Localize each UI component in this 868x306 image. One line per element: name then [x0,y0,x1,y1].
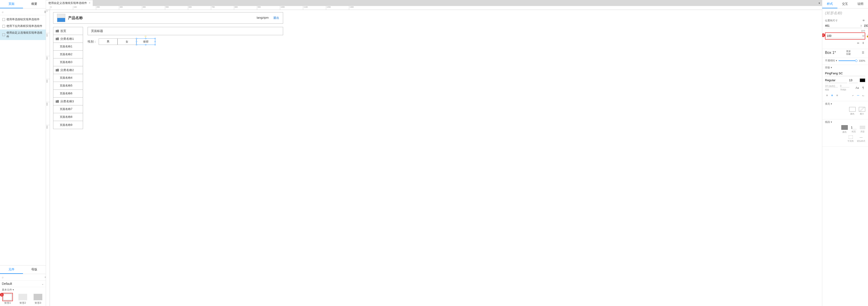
stroke-width-input[interactable] [851,126,857,129]
font-weight-select[interactable] [825,78,847,83]
shape-preview [34,294,42,300]
mockup-nav-item[interactable]: 页面名称4 [53,74,83,82]
x-input[interactable] [825,24,860,28]
ruler-vertical: 0100200300400500 [46,10,50,306]
widget-search-input[interactable] [5,275,43,279]
username-label[interactable]: langzipm [257,16,269,20]
mockup-nav-item[interactable]: 页面名称9 [53,121,83,129]
valign-top-icon[interactable]: ⌐ [851,93,855,97]
rotation-label: 旋转 [825,29,865,32]
tab-style[interactable]: 样式 [822,0,837,8]
mockup-nav-item[interactable]: 页面名称6 [53,90,83,97]
file-tab[interactable]: 使用自定义选项组实现单选组件 × [46,0,93,6]
style-menu-icon[interactable]: ☰ [861,51,865,55]
arrow-style-icon[interactable]: — [858,135,864,139]
font-color-swatch[interactable] [860,79,865,82]
canvas[interactable]: 产品名称 langzipm 退出 首页分类名称1页面名称1页面名称2页面名称3分… [50,10,822,306]
mockup-nav-item[interactable]: 页面名称2 [53,51,83,58]
annotation-badge-2: 2 [822,33,825,37]
folder-icon [56,69,59,71]
visibility-toggle-icon[interactable]: 👁 [862,19,865,22]
radio-option[interactable]: 女 [118,38,136,45]
typeset-label[interactable]: 排版 ▾ [825,66,865,69]
mockup-nav-item[interactable]: 分类名称1 [53,35,83,43]
product-title[interactable]: 产品名称 [68,16,83,21]
folder-icon [56,37,59,40]
tabbar-dropdown-icon[interactable]: ▾ [817,1,822,5]
mockup-nav-item[interactable]: 页面名称7 [53,105,83,113]
logo-placeholder[interactable] [57,14,65,22]
form-label-gender[interactable]: 性别： [88,39,98,44]
tab-overview[interactable]: 概要 [23,0,46,8]
chevron-down-icon: ⌄ [41,282,44,285]
library-select[interactable]: Default ⌄ [0,280,46,287]
folder-icon [56,30,59,32]
shape-preview [3,294,12,300]
pos-size-label: 位置和尺寸 [825,19,838,22]
page-icon [2,33,5,36]
widget-shape-item[interactable]: 矩形1 [3,294,12,305]
tab-pages[interactable]: 页面 [0,0,23,8]
fill-image-swatch[interactable] [859,107,865,112]
line-height-input[interactable] [825,85,838,87]
width-input[interactable] [827,34,861,38]
opacity-label: 不透明性 ▾ [825,59,837,62]
stroke-color-swatch[interactable] [841,125,848,130]
search-icon: ⌕ [2,10,4,13]
mockup-nav-item[interactable]: 页面名称8 [53,113,83,121]
mockup-nav-item[interactable]: 页面名称5 [53,82,83,90]
radio-option[interactable]: 男 [99,38,118,45]
opacity-slider[interactable] [839,61,858,61]
style-name[interactable]: Box 1* [825,51,836,55]
style-update-button[interactable]: 更新 [846,50,851,53]
mockup-nav-item[interactable]: 页面名称1 [53,43,83,51]
annotation-badge-1: 1 [0,293,4,297]
stroke-visibility-icon[interactable] [849,135,853,139]
valign-bottom-icon[interactable]: ⌙ [861,93,865,97]
fill-color-swatch[interactable] [849,107,856,112]
mockup-nav-item[interactable]: 分类名称2 [53,66,83,74]
font-size-input[interactable] [849,78,858,83]
widget-shape-item[interactable]: 矩形3 [34,294,42,305]
align-right-icon[interactable]: ≡ [835,93,839,97]
mockup-header[interactable]: 产品名称 langzipm 退出 [53,12,283,24]
folder-icon [56,100,59,103]
page-list-item[interactable]: 使用自定义选项组实现单选组件 [0,29,46,40]
y-input[interactable] [864,24,868,28]
style-create-button[interactable]: 创建 [846,53,851,56]
mockup-nav-item[interactable]: 分类名称3 [53,97,83,105]
mockup-nav-item[interactable]: 页面名称3 [53,58,83,66]
flip-h-icon[interactable]: ⇔ [856,41,860,45]
tab-interact[interactable]: 交互 [837,0,852,8]
mockup-sidebar[interactable]: 首页分类名称1页面名称1页面名称2页面名称3分类名称2页面名称4页面名称5页面名… [53,27,83,129]
page-list-item[interactable]: 使用单选按钮实现单选组件 [0,16,46,23]
opacity-value: 100% [859,59,865,62]
tab-masters[interactable]: 母版 [23,266,46,274]
logout-link[interactable]: 退出 [273,16,279,20]
close-tab-icon[interactable]: × [89,1,90,5]
lib-section-title[interactable]: 基本元件 ▾ [0,287,46,293]
valign-middle-icon[interactable]: ─ [856,93,860,97]
stroke-label[interactable]: 线段 ▾ [825,120,865,124]
tab-notes[interactable]: 说明 [853,0,868,8]
page-list-item[interactable]: 使用下拉列表框实现单选组件 [0,23,46,29]
align-center-icon[interactable]: ≡ [830,93,834,97]
page-search-input[interactable] [5,10,43,13]
search-icon: ⌕ [2,275,4,279]
font-select[interactable] [825,71,865,76]
tab-widgets[interactable]: 元件 [0,266,23,274]
ruler-horizontal: 0100200300400500600700800900100011001200… [46,6,822,10]
text-more-icon[interactable]: ¶ [861,86,865,90]
fill-label[interactable]: 填充 ▾ [825,102,865,105]
lock-aspect-icon[interactable]: 🔒 [866,34,868,37]
text-case-icon[interactable]: Aa [855,86,859,90]
flip-v-icon[interactable]: ⇕ [861,41,865,45]
mockup-page-title[interactable]: 页面标题 [88,27,283,35]
radio-option[interactable]: 保密▽ [136,38,155,45]
align-left-icon[interactable]: ≡ [825,93,829,97]
shape-name-input[interactable]: (矩形名称) [822,8,868,18]
stroke-type-select[interactable]: 类型 [860,130,865,133]
mockup-nav-item[interactable]: 首页 [53,27,83,35]
letter-spacing-input[interactable] [840,85,849,87]
widget-shape-item[interactable]: 矩形2 [19,294,27,305]
